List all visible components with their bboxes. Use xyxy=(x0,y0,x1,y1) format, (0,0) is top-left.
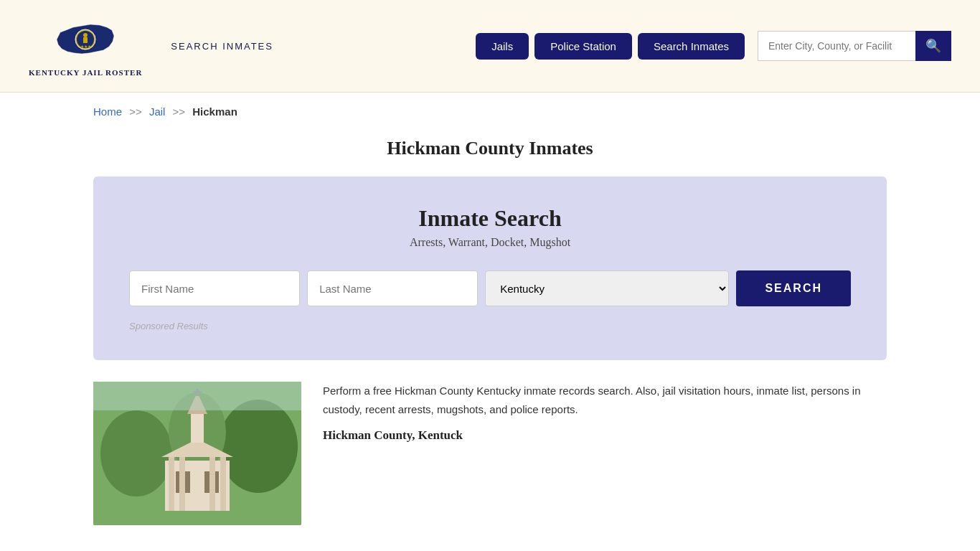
svg-rect-11 xyxy=(169,457,174,511)
breadcrumb-sep2: >> xyxy=(173,105,186,118)
svg-rect-20 xyxy=(93,382,301,410)
svg-rect-12 xyxy=(179,457,185,511)
svg-point-5 xyxy=(100,410,172,496)
header-search-input[interactable] xyxy=(758,31,915,61)
page-title: Hickman County Inmates xyxy=(0,138,980,159)
content-text: Perform a free Hickman County Kentucky i… xyxy=(323,382,887,446)
site-title: SEARCH INMATES xyxy=(171,41,273,52)
header-search-bar: 🔍 xyxy=(758,31,951,61)
police-station-button[interactable]: Police Station xyxy=(534,33,632,60)
content-paragraph: Perform a free Hickman County Kentucky i… xyxy=(323,382,887,418)
svg-text:★★★: ★★★ xyxy=(80,44,91,49)
svg-rect-13 xyxy=(209,457,215,511)
search-form: AlabamaAlaskaArizonaArkansasCaliforniaCo… xyxy=(129,270,851,306)
breadcrumb-sep1: >> xyxy=(129,105,142,118)
header-search-button[interactable]: 🔍 xyxy=(915,31,951,61)
svg-point-2 xyxy=(83,33,88,37)
inmate-search-box: Inmate Search Arrests, Warrant, Docket, … xyxy=(93,176,887,360)
state-select[interactable]: AlabamaAlaskaArizonaArkansasCaliforniaCo… xyxy=(485,270,729,306)
logo-area: ★★★ KENTUCKY JAIL ROSTER xyxy=(29,14,142,77)
first-name-input[interactable] xyxy=(129,270,300,306)
search-inmates-button[interactable]: Search Inmates xyxy=(638,33,745,60)
breadcrumb: Home >> Jail >> Hickman xyxy=(0,93,980,131)
breadcrumb-jail-link[interactable]: Jail xyxy=(149,105,166,118)
courthouse-svg xyxy=(93,382,301,525)
search-button[interactable]: SEARCH xyxy=(736,270,851,306)
content-area: Perform a free Hickman County Kentucky i… xyxy=(93,382,887,525)
logo-text: KENTUCKY JAIL ROSTER xyxy=(29,67,142,77)
svg-rect-16 xyxy=(191,410,204,443)
header: ★★★ KENTUCKY JAIL ROSTER SEARCH INMATES … xyxy=(0,0,980,93)
inmate-search-subtitle: Arrests, Warrant, Docket, Mugshot xyxy=(129,236,851,249)
svg-point-6 xyxy=(219,400,298,493)
breadcrumb-current: Hickman xyxy=(192,105,237,118)
search-icon: 🔍 xyxy=(925,39,941,53)
logo-image: ★★★ xyxy=(53,14,118,65)
jails-button[interactable]: Jails xyxy=(476,33,529,60)
courthouse-image xyxy=(93,382,301,525)
sponsored-results-label: Sponsored Results xyxy=(129,321,851,331)
svg-rect-14 xyxy=(220,457,226,511)
nav-bar: Jails Police Station Search Inmates 🔍 xyxy=(476,31,951,61)
svg-rect-8 xyxy=(165,461,230,511)
inmate-search-heading: Inmate Search xyxy=(129,205,851,232)
breadcrumb-home-link[interactable]: Home xyxy=(93,105,122,118)
last-name-input[interactable] xyxy=(307,270,478,306)
content-subheading: Hickman County, Kentuck xyxy=(323,425,887,446)
